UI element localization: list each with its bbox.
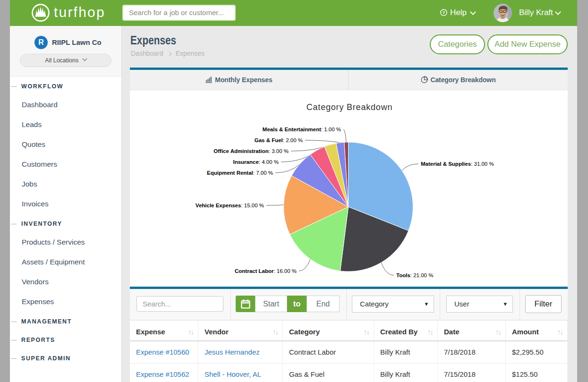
svg-text:Equipment Rental: 7.00 %: Equipment Rental: 7.00 %	[207, 170, 273, 176]
svg-text:Insurance: 4.00 %: Insurance: 4.00 %	[233, 159, 279, 165]
svg-text:Category Breakdown: Category Breakdown	[307, 102, 393, 112]
svg-text:Tools: 21.00 %: Tools: 21.00 %	[396, 272, 433, 278]
svg-text:Gas & Fuel: 2.00 %: Gas & Fuel: 2.00 %	[255, 137, 303, 143]
svg-text:Office Administration: 3.00 %: Office Administration: 3.00 %	[213, 148, 289, 154]
svg-text:Vehicle Expenses: 15.00 %: Vehicle Expenses: 15.00 %	[196, 203, 264, 208]
svg-text:Contract Labor: 16.00 %: Contract Labor: 16.00 %	[235, 268, 297, 274]
svg-text:?: ?	[443, 10, 445, 15]
svg-text:Material & Supplies: 31.00 %: Material & Supplies: 31.00 %	[421, 161, 494, 167]
svg-text:Meals & Entertainment: 1.00 %: Meals & Entertainment: 1.00 %	[263, 127, 341, 132]
